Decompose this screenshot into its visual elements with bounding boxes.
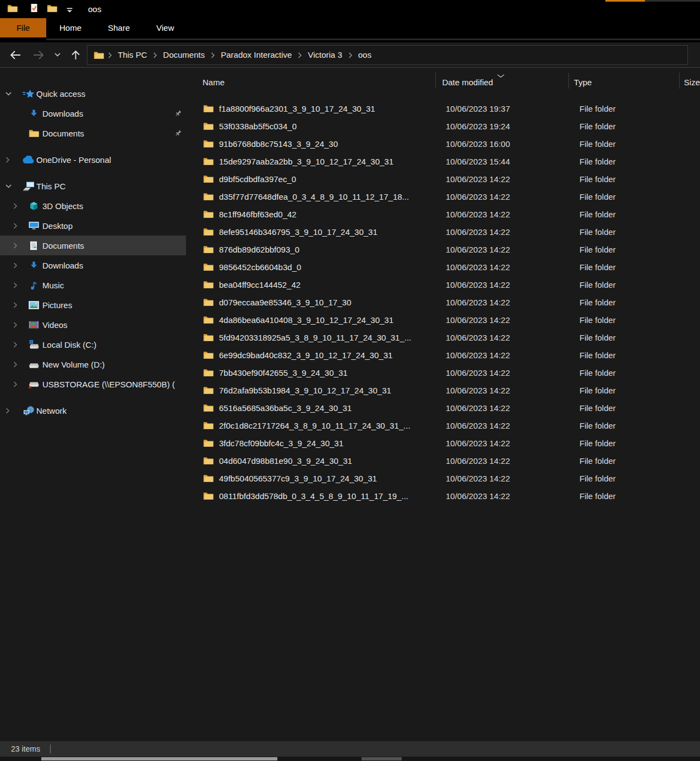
file-row[interactable]: 6516a5685a36ba5c_3_9_24_30_3110/06/2023 … (186, 399, 700, 417)
sidebar-item-onedrive-personal[interactable]: OneDrive - Personal (0, 150, 186, 169)
chevron-right-icon[interactable] (13, 223, 17, 229)
explorer-folder-icon[interactable] (6, 3, 18, 14)
file-row[interactable]: 5fd94203318925a5_3_8_9_10_11_17_24_30_31… (186, 329, 700, 346)
chevron-right-icon[interactable] (13, 362, 17, 368)
sidebar-item-desktop[interactable]: Desktop (0, 216, 186, 236)
forward-button[interactable] (28, 47, 50, 63)
chevron-right-icon[interactable] (13, 282, 17, 288)
recent-locations-button[interactable] (50, 47, 65, 63)
chevron-right-icon[interactable] (13, 262, 17, 269)
back-button[interactable] (3, 47, 28, 63)
new-folder-icon[interactable] (46, 3, 58, 14)
file-row[interactable]: d35f77d77648dfea_0_3_4_8_9_10_11_12_17_1… (186, 188, 700, 205)
column-resize-handle[interactable] (679, 73, 680, 89)
tab-file[interactable]: File (0, 18, 46, 37)
up-button[interactable] (65, 47, 86, 63)
file-date-modified: 10/06/2023 14:22 (439, 368, 574, 377)
column-resize-handle[interactable] (435, 73, 436, 89)
file-name: 876db89d62bbf093_0 (219, 245, 299, 254)
file-row[interactable]: 9856452cb6604b3d_010/06/2023 14:22File f… (186, 258, 700, 276)
sidebar-item-pictures[interactable]: Pictures (0, 295, 186, 315)
file-row[interactable]: 91b6768db8c75143_3_9_24_3010/06/2023 16:… (186, 135, 700, 152)
chevron-right-icon[interactable] (13, 302, 17, 308)
file-row[interactable]: bea04ff9cc144452_4210/06/2023 14:22File … (186, 276, 700, 293)
tab-share[interactable]: Share (95, 18, 143, 37)
sidebar-item-new-volume-d[interactable]: New Volume (D:) (0, 354, 186, 374)
pin-icon[interactable] (174, 130, 182, 137)
file-row[interactable]: 53f0338ab5f5c034_010/06/2023 19:24File f… (186, 117, 700, 135)
sidebar-item-downloads[interactable]: Downloads (0, 103, 186, 123)
properties-check-icon[interactable] (28, 3, 40, 14)
file-row[interactable]: 4da86bea6a410408_3_9_10_12_17_24_30_3110… (186, 311, 700, 329)
file-row[interactable]: 7bb430ef90f42655_3_9_24_30_3110/06/2023 … (186, 364, 700, 381)
sidebar-item-videos[interactable]: Videos (0, 315, 186, 335)
sidebar-item-quick-access[interactable]: Quick access (0, 84, 186, 103)
file-type: File folder (574, 421, 700, 430)
file-row[interactable]: 3fdc78cf09bbfc4c_3_9_24_30_3110/06/2023 … (186, 434, 700, 452)
qat-dropdown-icon[interactable] (63, 5, 75, 16)
sidebar-item-downloads[interactable]: Downloads (0, 255, 186, 275)
file-row[interactable]: 8c1ff946fbf63ed0_4210/06/2023 14:22File … (186, 205, 700, 223)
file-type: File folder (574, 439, 700, 448)
address-bar[interactable]: This PCDocumentsParadox InteractiveVicto… (87, 45, 688, 65)
column-header-size[interactable]: Size (679, 69, 700, 90)
folder-icon (203, 491, 214, 500)
column-header-date-modified[interactable]: Date modified (435, 69, 568, 90)
file-row[interactable]: 8efe95146b346795_3_9_10_17_24_30_3110/06… (186, 223, 700, 240)
sidebar-item-documents[interactable]: Documents (0, 123, 186, 143)
file-name: d35f77d77648dfea_0_3_4_8_9_10_11_12_17_1… (219, 192, 409, 201)
column-header-type[interactable]: Type (568, 69, 679, 90)
breadcrumb-item-paradox-interactive[interactable]: Paradox Interactive (216, 50, 297, 59)
background-window-fragment (645, 0, 700, 2)
chevron-down-icon[interactable] (6, 92, 12, 96)
breadcrumb-chevron-icon[interactable] (153, 52, 157, 58)
file-row[interactable]: 6e99dc9bad40c832_3_9_10_12_17_24_30_3110… (186, 346, 700, 364)
file-date-modified: 10/06/2023 14:22 (439, 456, 574, 466)
file-row[interactable]: 0811fbfd3dd578db_0_3_4_5_8_9_10_11_17_19… (186, 487, 700, 505)
scrollbar-thumb[interactable] (41, 757, 277, 760)
pin-icon[interactable] (174, 110, 182, 117)
sidebar-item-this-pc[interactable]: This PC (0, 176, 186, 196)
chevron-right-icon[interactable] (13, 381, 17, 387)
file-row[interactable]: 49fb5040565377c9_3_9_10_17_24_30_3110/06… (186, 469, 700, 487)
breadcrumb-item-victoria-3[interactable]: Victoria 3 (303, 50, 347, 59)
file-type: File folder (574, 192, 700, 201)
sidebar-item-local-disk-c[interactable]: Local Disk (C:) (0, 335, 186, 354)
file-row[interactable]: f1a8800f966a2301_3_9_10_17_24_30_3110/06… (186, 100, 700, 117)
sidebar-item-usbstorage-epson8f550b[interactable]: USBSTORAGE (\\EPSON8F550B) ( (0, 374, 186, 394)
tab-view[interactable]: View (143, 18, 187, 37)
breadcrumb-item-oos[interactable]: oos (353, 50, 376, 59)
breadcrumb-chevron-icon[interactable] (298, 52, 302, 58)
sidebar-item-network[interactable]: Network (0, 401, 186, 420)
scrollbar-thumb-secondary[interactable] (362, 757, 402, 760)
chevron-down-icon[interactable] (6, 184, 12, 188)
tab-home[interactable]: Home (46, 18, 95, 37)
column-header-name[interactable]: Name (186, 69, 435, 90)
column-resize-handle[interactable] (568, 73, 569, 89)
file-row[interactable]: 04d6047d98b81e90_3_9_24_30_3110/06/2023 … (186, 452, 700, 469)
sidebar-item-music[interactable]: Music (0, 275, 186, 295)
breadcrumb-item-documents[interactable]: Documents (158, 50, 210, 59)
file-row[interactable]: 76d2afa9b53b1984_3_9_10_12_17_24_30_3110… (186, 381, 700, 399)
file-row[interactable]: d079eccaa9e85346_3_9_10_17_3010/06/2023 … (186, 293, 700, 311)
breadcrumb-chevron-icon[interactable] (108, 52, 112, 58)
breadcrumb-chevron-icon[interactable] (348, 52, 352, 58)
file-row[interactable]: 2f0c1d8c21717264_3_8_9_10_11_17_24_30_31… (186, 417, 700, 434)
chevron-right-icon[interactable] (13, 243, 17, 249)
folder-icon (203, 333, 214, 342)
file-row[interactable]: d9bf5cdbdfa397ec_010/06/2023 14:22File f… (186, 170, 700, 188)
desktop-icon (27, 221, 40, 230)
file-row[interactable]: 876db89d62bbf093_010/06/2023 14:22File f… (186, 240, 700, 258)
sidebar-item-3d-objects[interactable]: 3D Objects (0, 196, 186, 216)
chevron-right-icon[interactable] (6, 157, 9, 163)
chevron-right-icon[interactable] (13, 342, 17, 348)
file-row[interactable]: 15de9297aab2a2bb_3_9_10_12_17_24_30_3110… (186, 152, 700, 170)
chevron-right-icon[interactable] (6, 408, 9, 414)
this-pc-icon (21, 181, 36, 191)
breadcrumb-chevron-icon[interactable] (211, 52, 215, 58)
downloads-icon (27, 261, 40, 270)
sidebar-item-documents[interactable]: Documents (0, 236, 186, 255)
chevron-right-icon[interactable] (13, 203, 17, 209)
breadcrumb-item-this-pc[interactable]: This PC (113, 50, 152, 59)
chevron-right-icon[interactable] (13, 322, 17, 328)
